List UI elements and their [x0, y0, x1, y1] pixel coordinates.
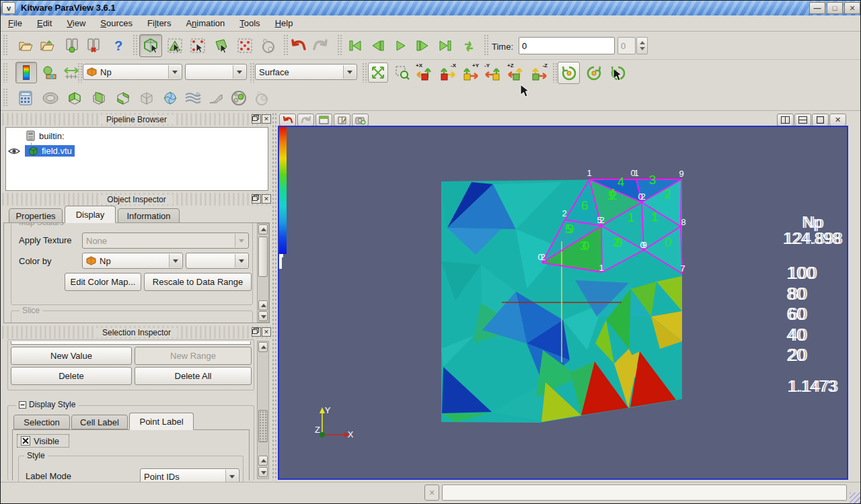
selection-inspector-titlebar[interactable]: Selection Inspector — [2, 326, 271, 339]
glyph-filter-button[interactable] — [159, 87, 181, 109]
toolbar-handle[interactable] — [337, 34, 342, 56]
scroll-up-icon[interactable] — [258, 300, 268, 310]
tab-point-label[interactable]: Point Label — [129, 413, 194, 430]
pipeline-browser-titlebar[interactable]: Pipeline Browser — [2, 113, 271, 126]
select-cells-on-button[interactable] — [164, 34, 186, 57]
disconnect-server-button[interactable] — [83, 35, 104, 56]
values-list-clipped[interactable] — [11, 341, 251, 345]
camera-redo-button[interactable] — [297, 114, 314, 126]
selection-inspector-float-button[interactable] — [252, 327, 261, 337]
capture-screenshot-button[interactable] — [352, 114, 369, 126]
new-range-button[interactable]: New Range — [135, 347, 252, 365]
undo-button[interactable] — [289, 35, 309, 56]
edit-view-options-button[interactable] — [334, 114, 350, 126]
rescale-to-data-range-button[interactable]: Rescale to Data Range — [144, 273, 252, 291]
play-button[interactable] — [391, 36, 411, 56]
pipeline-close-button[interactable]: ✕ — [262, 114, 271, 124]
edit-color-map-button[interactable] — [40, 62, 60, 83]
menu-item-animation[interactable]: Animation — [178, 15, 232, 31]
view-minus-z-button[interactable]: -Z — [528, 62, 550, 83]
select-points-through-button[interactable] — [234, 34, 256, 57]
delete-all-button[interactable]: Delete All — [135, 367, 252, 385]
view-plus-x-button[interactable]: +X — [414, 62, 435, 83]
next-frame-button[interactable] — [412, 36, 433, 56]
split-view-horizontal-button[interactable] — [794, 114, 811, 126]
threshold-filter-button[interactable] — [112, 87, 134, 109]
menu-item-help[interactable]: Help — [268, 15, 301, 31]
title-bar[interactable]: v Kitware ParaView 3.6.1 — □ ✕ — [1, 1, 861, 15]
color-by-array-combo[interactable]: Np — [83, 64, 182, 80]
pipeline-float-button[interactable] — [252, 114, 261, 124]
resize-grip[interactable] — [850, 493, 860, 503]
redo-button[interactable] — [310, 35, 330, 56]
maximize-view-button[interactable] — [812, 114, 829, 126]
first-frame-button[interactable] — [345, 36, 365, 56]
help-button[interactable]: ? — [108, 35, 128, 56]
previous-frame-button[interactable] — [368, 36, 388, 56]
cancel-progress-button[interactable]: ✕ — [424, 485, 439, 501]
menu-item-edit[interactable]: Edit — [30, 15, 59, 31]
toolbar-handle[interactable] — [362, 62, 367, 83]
warp-vector-button[interactable] — [205, 87, 227, 109]
toolbar-handle[interactable] — [3, 34, 7, 56]
combo-dropdown-icon[interactable] — [169, 254, 182, 267]
time-input[interactable] — [519, 37, 615, 54]
pipeline-item-fieldvtu[interactable]: field.vtu — [25, 145, 75, 157]
spin-down-icon[interactable] — [640, 47, 645, 50]
rotate-actor-button[interactable] — [583, 62, 605, 84]
tab-cell-label[interactable]: Cell Label — [71, 415, 128, 429]
tab-properties[interactable]: Properties — [9, 208, 63, 223]
toolbar-handle[interactable] — [3, 62, 7, 83]
reset-camera-button[interactable] — [368, 62, 388, 83]
extract-subset-button[interactable] — [137, 87, 157, 109]
view-minus-x-button[interactable]: -X — [437, 62, 458, 83]
color-by-combo[interactable]: Np — [82, 253, 183, 269]
pipeline-item-builtin[interactable]: builtin: — [26, 130, 65, 141]
rotate-camera-button[interactable] — [558, 62, 580, 84]
combo-dropdown-icon[interactable] — [168, 65, 181, 79]
render-view[interactable]: 10192528020210974341226115930290XYZ Np12… — [278, 126, 848, 480]
visibility-eye[interactable] — [7, 146, 21, 156]
slice-filter-button[interactable] — [88, 87, 110, 109]
selection-inspector-close-button[interactable]: ✕ — [262, 327, 271, 337]
visible-checkbox-wrap[interactable]: Visible — [17, 434, 69, 448]
representation-combo[interactable]: Surface — [255, 64, 357, 80]
loop-button[interactable] — [458, 36, 480, 56]
object-inspector-titlebar[interactable]: Object Inspector — [2, 193, 271, 206]
combo-dropdown-icon[interactable] — [233, 65, 246, 79]
tab-selection[interactable]: Selection — [13, 415, 70, 429]
toolbar-handle[interactable] — [484, 34, 488, 56]
spin-up-icon[interactable] — [640, 41, 645, 44]
extract-group-button[interactable] — [251, 87, 272, 109]
component-combo[interactable] — [185, 64, 247, 80]
mesh-scene[interactable]: 10192528020210974341226115930290XYZ — [279, 127, 847, 478]
view-settings-button[interactable] — [315, 114, 332, 126]
open-file-button[interactable] — [15, 36, 36, 56]
frame-spin-arrows[interactable] — [636, 37, 648, 54]
object-inspector-float-button[interactable] — [252, 194, 261, 204]
scroll-down-icon[interactable] — [258, 467, 268, 477]
new-value-button[interactable]: New Value — [11, 347, 132, 365]
color-component-combo[interactable] — [186, 253, 249, 269]
camera-undo-button[interactable] — [279, 114, 296, 126]
scroll-up-icon[interactable] — [258, 342, 268, 352]
selection-inspector-scrollbar[interactable] — [257, 341, 269, 479]
split-view-vertical-button[interactable] — [777, 114, 794, 126]
combo-dropdown-icon[interactable] — [225, 470, 238, 483]
select-cells-through-button[interactable] — [210, 34, 233, 57]
combo-dropdown-icon[interactable] — [235, 254, 248, 267]
dock-splitter[interactable] — [272, 112, 276, 480]
object-inspector-close-button[interactable]: ✕ — [262, 194, 271, 204]
menu-item-tools[interactable]: Tools — [232, 15, 267, 31]
clip-filter-button[interactable] — [64, 87, 85, 109]
menu-item-file[interactable]: File — [1, 15, 30, 31]
menu-item-filters[interactable]: Filters — [140, 15, 178, 31]
scroll-up-icon[interactable] — [258, 456, 268, 466]
hover-cells-button[interactable] — [257, 34, 278, 57]
close-view-button[interactable]: ✕ — [829, 114, 846, 126]
tab-information[interactable]: Information — [118, 208, 180, 223]
menu-item-sources[interactable]: Sources — [93, 15, 140, 31]
scroll-thumb[interactable] — [258, 410, 268, 442]
menu-item-view[interactable]: View — [59, 15, 93, 31]
close-button[interactable]: ✕ — [844, 2, 860, 14]
